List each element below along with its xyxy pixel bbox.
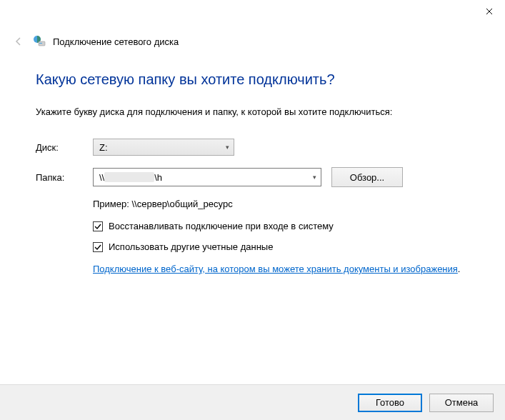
other-creds-label: Использовать другие учетные данные: [109, 241, 273, 252]
button-bar: Готово Отмена: [0, 384, 505, 420]
close-button[interactable]: [473, 0, 505, 23]
folder-label: Папка:: [36, 172, 93, 183]
check-icon: [94, 223, 101, 230]
website-storage-link[interactable]: Подключение к веб-сайту, на котором вы м…: [93, 262, 464, 277]
cancel-label: Отмена: [445, 397, 479, 408]
folder-value: \\ \h: [99, 172, 162, 183]
network-drive-icon: [33, 35, 46, 48]
back-arrow-icon: [13, 36, 24, 47]
drive-label: Диск:: [36, 142, 93, 153]
browse-label: Обзор...: [350, 172, 384, 183]
reconnect-checkbox[interactable]: [93, 221, 103, 231]
example-text: Пример: \\сервер\общий_ресурс: [93, 199, 476, 209]
back-button: [11, 34, 26, 49]
reconnect-label: Восстанавливать подключение при входе в …: [109, 221, 334, 231]
website-link-text: Подключение к веб-сайту, на котором вы м…: [93, 264, 458, 274]
other-creds-checkbox[interactable]: [93, 242, 103, 252]
folder-suffix: \h: [154, 172, 162, 183]
check-icon: [94, 244, 101, 251]
cancel-button[interactable]: Отмена: [429, 394, 494, 412]
wizard-title: Подключение сетевого диска: [53, 36, 179, 47]
page-heading: Какую сетевую папку вы хотите подключить…: [36, 71, 476, 88]
folder-prefix: \\: [99, 172, 104, 183]
close-icon: [486, 8, 493, 15]
chevron-down-icon: ▾: [226, 144, 229, 151]
finish-button[interactable]: Готово: [358, 394, 422, 412]
chevron-down-icon: ▾: [313, 174, 316, 181]
finish-label: Готово: [376, 397, 404, 408]
drive-value: Z:: [99, 142, 108, 153]
instruction-text: Укажите букву диска для подключения и па…: [36, 106, 476, 117]
svg-rect-2: [39, 43, 42, 44]
browse-button[interactable]: Обзор...: [331, 167, 403, 187]
folder-combobox[interactable]: \\ \h ▾: [93, 168, 321, 186]
link-period: .: [458, 262, 461, 277]
drive-select[interactable]: Z: ▾: [93, 139, 234, 156]
redacted-server: [104, 172, 154, 182]
